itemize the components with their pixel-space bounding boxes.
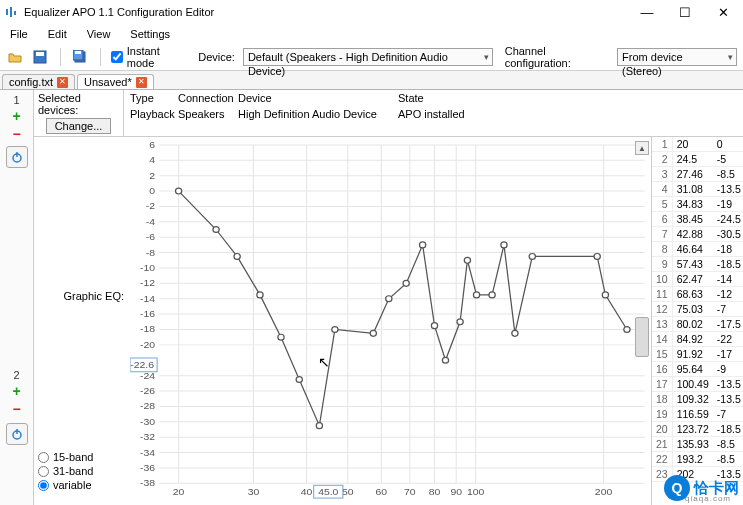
tab-label: Unsaved* — [84, 76, 132, 88]
svg-text:-4: -4 — [146, 216, 156, 227]
svg-point-100 — [529, 253, 535, 259]
svg-point-96 — [473, 292, 479, 298]
radio-15band[interactable]: 15-band — [38, 451, 128, 463]
svg-point-103 — [624, 327, 630, 333]
svg-rect-7 — [75, 51, 81, 54]
table-row[interactable]: 18109.32-13.5 — [652, 392, 743, 407]
table-row[interactable]: 957.43-18.5 — [652, 257, 743, 272]
table-row[interactable]: 534.83-19 — [652, 197, 743, 212]
radio-31band[interactable]: 31-band — [38, 465, 128, 477]
menu-settings[interactable]: Settings — [122, 26, 178, 42]
tab-unsaved[interactable]: Unsaved* ✕ — [77, 74, 154, 89]
close-button[interactable]: ✕ — [711, 3, 735, 21]
table-row[interactable]: 1200 — [652, 137, 743, 152]
table-row[interactable]: 431.08-13.5 — [652, 182, 743, 197]
device-label: Device: — [198, 51, 235, 63]
selected-devices-label: Selected devices: — [38, 92, 119, 116]
svg-text:-26: -26 — [140, 385, 155, 396]
svg-text:-18: -18 — [140, 324, 155, 335]
row-index: 2 — [9, 369, 25, 381]
svg-point-84 — [278, 334, 284, 340]
col-connection: Connection — [178, 92, 238, 104]
svg-text:70: 70 — [404, 486, 416, 497]
svg-text:6: 6 — [149, 139, 155, 150]
svg-text:-14: -14 — [140, 293, 155, 304]
instant-mode-label: Instant mode — [127, 45, 186, 69]
svg-point-88 — [370, 330, 376, 336]
table-row[interactable]: 1275.03-7 — [652, 302, 743, 317]
svg-point-101 — [594, 253, 600, 259]
table-row[interactable]: 1168.63-12 — [652, 287, 743, 302]
svg-text:4: 4 — [149, 154, 155, 165]
table-row[interactable]: Playback Speakers High Definition Audio … — [124, 106, 743, 122]
svg-point-98 — [501, 242, 507, 248]
col-type: Type — [130, 92, 178, 104]
add-icon[interactable]: + — [12, 108, 20, 124]
svg-point-83 — [257, 292, 263, 298]
table-row[interactable]: 1062.47-14 — [652, 272, 743, 287]
table-row[interactable]: 20123.72-18.5 — [652, 422, 743, 437]
left-rail: 1 + − 2 + − — [0, 90, 34, 505]
table-row[interactable]: 1695.64-9 — [652, 362, 743, 377]
power-toggle[interactable] — [6, 423, 28, 445]
tab-config[interactable]: config.txt ✕ — [2, 74, 75, 89]
table-row[interactable]: 638.45-24.5 — [652, 212, 743, 227]
svg-text:2: 2 — [149, 170, 155, 181]
table-row[interactable]: 21135.93-8.5 — [652, 437, 743, 452]
device-table: Type Connection Device State Playback Sp… — [124, 90, 743, 136]
add-icon[interactable]: + — [12, 383, 20, 399]
channel-config-combo[interactable]: From device (Stereo) — [617, 48, 737, 66]
titlebar: Equalizer APO 1.1 Configuration Editor —… — [0, 0, 743, 24]
maximize-button[interactable]: ☐ — [673, 3, 697, 21]
table-row[interactable]: 742.88-30.5 — [652, 227, 743, 242]
menu-edit[interactable]: Edit — [40, 26, 75, 42]
svg-rect-0 — [6, 9, 8, 15]
toolbar-separator — [100, 48, 101, 66]
menu-file[interactable]: File — [2, 26, 36, 42]
table-row[interactable]: 1591.92-17 — [652, 347, 743, 362]
svg-text:90: 90 — [450, 486, 462, 497]
open-icon[interactable] — [6, 47, 25, 67]
devices-panel: Selected devices: Change... Type Connect… — [34, 90, 743, 137]
minimize-button[interactable]: — — [635, 3, 659, 21]
instant-mode-checkbox[interactable]: Instant mode — [111, 45, 186, 69]
svg-text:-16: -16 — [140, 308, 155, 319]
table-row[interactable]: 1380.02-17.5 — [652, 317, 743, 332]
svg-rect-1 — [10, 7, 12, 17]
svg-point-86 — [316, 423, 322, 429]
change-button[interactable]: Change... — [46, 118, 112, 134]
table-row[interactable]: 22193.2-8.5 — [652, 452, 743, 467]
svg-point-89 — [386, 296, 392, 302]
svg-point-90 — [403, 280, 409, 286]
svg-text:-32: -32 — [140, 431, 155, 442]
svg-point-99 — [512, 330, 518, 336]
remove-icon[interactable]: − — [12, 126, 20, 142]
table-row[interactable]: 1484.92-22 — [652, 332, 743, 347]
eq-chart[interactable]: 6420-2-4-6-8-10-12-14-16-18-20-24-26-28-… — [130, 139, 651, 503]
eq-data-table: 1200224.5-5327.46-8.5431.08-13.5534.83-1… — [651, 137, 743, 505]
save-all-icon[interactable] — [71, 47, 90, 67]
table-row[interactable]: 327.46-8.5 — [652, 167, 743, 182]
table-row[interactable]: 224.5-5 — [652, 152, 743, 167]
svg-point-102 — [602, 292, 608, 298]
table-row[interactable]: 23202-13.5 — [652, 467, 743, 482]
close-icon[interactable]: ✕ — [57, 77, 68, 88]
app-icon — [4, 5, 18, 19]
svg-text:80: 80 — [429, 486, 441, 497]
device-combo[interactable]: Default (Speakers - High Definition Audi… — [243, 48, 493, 66]
power-toggle[interactable] — [6, 146, 28, 168]
scroll-up-button[interactable]: ▲ — [635, 141, 649, 155]
table-row[interactable]: 19116.59-7 — [652, 407, 743, 422]
remove-icon[interactable]: − — [12, 401, 20, 417]
svg-text:50: 50 — [342, 486, 354, 497]
scroll-handle[interactable] — [635, 317, 649, 357]
table-row[interactable]: 17100.49-13.5 — [652, 377, 743, 392]
save-icon[interactable] — [31, 47, 50, 67]
svg-point-85 — [296, 377, 302, 383]
close-icon[interactable]: ✕ — [136, 77, 147, 88]
radio-variable[interactable]: variable — [38, 479, 128, 491]
svg-text:200: 200 — [595, 486, 613, 497]
menu-view[interactable]: View — [79, 26, 119, 42]
table-row[interactable]: 846.64-18 — [652, 242, 743, 257]
svg-text:0: 0 — [149, 185, 155, 196]
